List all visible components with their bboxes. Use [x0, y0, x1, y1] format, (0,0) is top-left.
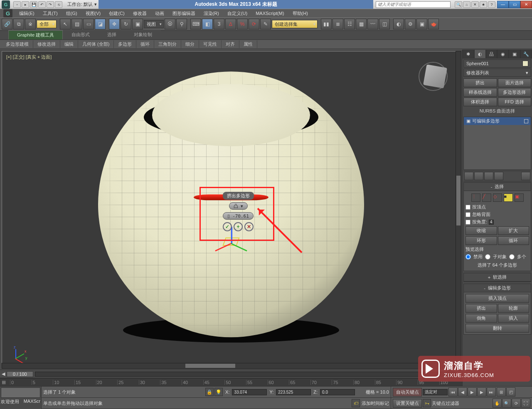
configure-sets-icon[interactable]: [521, 172, 530, 180]
bind-icon[interactable]: ※: [25, 19, 36, 29]
menu-rendering[interactable]: 渲染(R): [200, 10, 223, 17]
preview-subobj-radio[interactable]: [485, 254, 490, 260]
app-icon[interactable]: G: [2, 0, 10, 9]
by-vertex-checkbox[interactable]: [466, 205, 470, 210]
maximize-button[interactable]: ▭: [509, 1, 520, 8]
curve-editor-icon[interactable]: 〰: [367, 19, 378, 29]
element-level-icon[interactable]: ▣: [515, 193, 524, 202]
help-icon[interactable]: ?: [488, 1, 495, 8]
qat-undo-icon[interactable]: ↶: [38, 1, 46, 8]
mod-btn-ffdsel[interactable]: FFD 选择: [498, 98, 532, 106]
qat-save-icon[interactable]: 💾: [30, 1, 37, 8]
pin-stack-icon[interactable]: [464, 172, 473, 180]
mod-btn-nurbssel[interactable]: NURBS 曲面选择: [463, 107, 531, 115]
refcoord-combo[interactable]: 视图: [144, 20, 164, 28]
z-coord-input[interactable]: [320, 389, 355, 395]
object-color-swatch[interactable]: [522, 61, 528, 66]
app-menu-icon[interactable]: G: [3, 9, 12, 17]
viewport-scrollbar-vertical[interactable]: [456, 51, 461, 362]
object-name-field[interactable]: Sphere001: [463, 59, 531, 68]
time-tag-icon[interactable]: 🏷: [352, 399, 360, 407]
polygon-level-icon[interactable]: ■: [504, 193, 513, 202]
keyboard-shortcut-icon[interactable]: ⌨: [190, 19, 201, 29]
ribbon-tab-freeform[interactable]: 自由形式: [63, 30, 99, 39]
menu-customize[interactable]: 自定义(U): [223, 10, 251, 17]
move-icon[interactable]: ✥: [109, 19, 120, 29]
ribbon-panel-polymodel[interactable]: 多边形建模: [2, 40, 33, 48]
ribbon-panel-tris[interactable]: 三角剖分: [154, 40, 181, 48]
ring-button[interactable]: 环形: [466, 236, 497, 245]
loop-button[interactable]: 循环: [498, 236, 530, 245]
inset-button[interactable]: 插入: [498, 314, 530, 323]
show-end-result-icon[interactable]: [474, 172, 483, 180]
rollup-softsel-title[interactable]: +软选择: [464, 273, 531, 282]
menu-views[interactable]: 视图(V): [81, 10, 105, 17]
ribbon-panel-properties[interactable]: 属性: [239, 40, 257, 48]
motion-tab-icon[interactable]: ◉: [497, 49, 509, 59]
bevel-button[interactable]: 倒角: [466, 314, 497, 323]
angle-snap-icon[interactable]: ∆: [225, 19, 236, 29]
create-tab-icon[interactable]: ✱: [463, 49, 474, 59]
help-search-input[interactable]: [376, 1, 451, 8]
mod-btn-extrude[interactable]: 挤出: [463, 78, 497, 87]
ribbon-panel-polygons[interactable]: 多边形: [114, 40, 136, 48]
border-level-icon[interactable]: ◇: [493, 193, 502, 202]
setkey-button[interactable]: 设置关键点: [393, 399, 422, 408]
stack-item-editable-poly[interactable]: ▣可编辑多边形: [464, 117, 531, 125]
ribbon-panel-align[interactable]: 对齐: [222, 40, 239, 48]
zoom-icon[interactable]: 🔍: [502, 399, 511, 408]
track-bar[interactable]: ▦ 0 5 10 15 20 25 30 35 40 45 50 55 60 6…: [0, 378, 462, 386]
spinner-snap-icon[interactable]: ⟳: [249, 19, 259, 29]
named-selection-set-combo[interactable]: 创建选择集: [272, 20, 318, 28]
render-frame-icon[interactable]: ▣: [416, 19, 427, 29]
mod-btn-patchsel[interactable]: 面片选择: [498, 78, 532, 87]
qat-open-icon[interactable]: ▸: [22, 1, 29, 8]
signin-icon[interactable]: ⌂: [463, 1, 470, 8]
grow-button[interactable]: 扩大: [498, 226, 530, 235]
maxscript-label[interactable]: MAXScr: [24, 399, 40, 405]
menu-grapheditors[interactable]: 图形编辑器: [168, 10, 200, 17]
caddy-cancel-button[interactable]: ✕: [244, 222, 254, 231]
display-tab-icon[interactable]: ▣: [509, 49, 520, 59]
by-angle-checkbox[interactable]: [466, 220, 470, 225]
goto-start-icon[interactable]: ⏮: [448, 387, 458, 397]
modifier-stack[interactable]: ▣可编辑多边形: [463, 117, 531, 170]
menu-edit[interactable]: 编辑(E): [15, 10, 39, 17]
modify-tab-icon[interactable]: ◐: [474, 49, 486, 59]
align-icon[interactable]: ≣: [332, 19, 343, 29]
utilities-tab-icon[interactable]: 🔧: [520, 49, 532, 59]
goto-end-icon[interactable]: ⏭: [487, 387, 496, 397]
preview-off-radio[interactable]: [466, 254, 471, 260]
x-coord-input[interactable]: [232, 389, 267, 395]
pivot-icon[interactable]: ⦿: [165, 19, 175, 29]
mod-btn-volsel[interactable]: 体积选择: [463, 98, 497, 106]
vertex-level-icon[interactable]: ⋮: [471, 193, 480, 202]
qat-link-icon[interactable]: ⎋: [55, 1, 62, 8]
menu-group[interactable]: 组(G): [62, 10, 81, 17]
extrude-button[interactable]: 挤出: [466, 304, 497, 313]
set-key-icon[interactable]: 🗝: [423, 399, 431, 407]
window-crossing-icon[interactable]: ◪: [95, 19, 106, 29]
menu-create[interactable]: 创建(C): [105, 10, 128, 17]
qat-redo-icon[interactable]: ↷: [47, 1, 54, 8]
ribbon-panel-loops[interactable]: 循环: [136, 40, 154, 48]
ribbon-toggle-icon[interactable]: ▦: [356, 19, 367, 29]
shrink-button[interactable]: 收缩: [466, 226, 497, 235]
caddy-type-dropdown[interactable]: 凸▾: [229, 202, 248, 210]
rollup-editpoly-title[interactable]: -编辑多边形: [464, 284, 531, 292]
select-icon[interactable]: ↖: [60, 19, 71, 29]
prev-frame-icon[interactable]: ◀: [458, 387, 467, 397]
add-time-tag-label[interactable]: 添加时间标记: [362, 400, 389, 407]
y-coord-input[interactable]: [276, 389, 311, 395]
hierarchy-tab-icon[interactable]: 品: [486, 49, 498, 59]
minimize-button[interactable]: —: [497, 1, 509, 8]
rotate-icon[interactable]: ↻: [121, 19, 131, 29]
mod-btn-polysel[interactable]: 多边形选择: [498, 88, 532, 97]
make-unique-icon[interactable]: [484, 172, 493, 180]
insert-vertex-button[interactable]: 插入顶点: [466, 294, 529, 303]
edit-selection-set-icon[interactable]: ✎: [260, 19, 271, 29]
layer-manager-icon[interactable]: ☷: [344, 19, 355, 29]
scale-icon[interactable]: ▣: [132, 19, 143, 29]
ribbon-panel-geometry[interactable]: 几何体 (全部): [78, 40, 114, 48]
selection-filter-combo[interactable]: 全部: [37, 20, 57, 28]
